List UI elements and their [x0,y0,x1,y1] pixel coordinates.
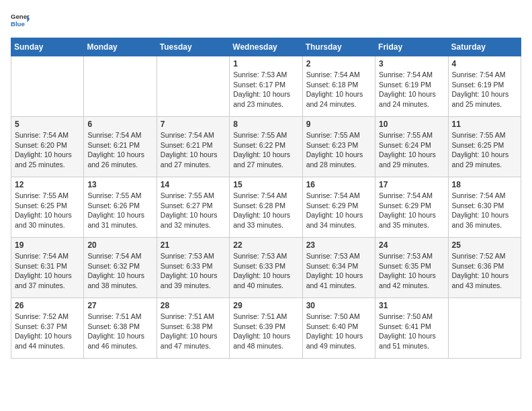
day-info: Sunrise: 7:53 AMSunset: 6:17 PMDaylight:… [233,70,298,109]
day-number: 9 [306,120,371,129]
day-number: 10 [379,120,444,129]
day-cell [448,298,521,359]
day-cell [11,56,84,117]
page-header: General Blue [11,11,521,30]
day-info: Sunrise: 7:50 AMSunset: 6:40 PMDaylight:… [306,312,371,351]
day-info: Sunrise: 7:50 AMSunset: 6:41 PMDaylight:… [379,312,444,351]
day-info: Sunrise: 7:55 AMSunset: 6:26 PMDaylight:… [87,191,152,230]
day-number: 26 [15,301,80,310]
day-info: Sunrise: 7:54 AMSunset: 6:19 PMDaylight:… [379,70,444,109]
day-cell: 20Sunrise: 7:54 AMSunset: 6:32 PMDayligh… [84,238,157,298]
day-info: Sunrise: 7:53 AMSunset: 6:33 PMDaylight:… [233,251,298,291]
day-number: 18 [452,180,517,189]
day-number: 1 [233,59,298,68]
day-info: Sunrise: 7:54 AMSunset: 6:28 PMDaylight:… [233,191,298,230]
day-info: Sunrise: 7:55 AMSunset: 6:22 PMDaylight:… [233,130,298,170]
logo: General Blue [11,11,30,30]
day-info: Sunrise: 7:52 AMSunset: 6:37 PMDaylight:… [15,312,80,351]
day-cell: 30Sunrise: 7:50 AMSunset: 6:40 PMDayligh… [302,298,375,359]
day-info: Sunrise: 7:53 AMSunset: 6:35 PMDaylight:… [379,251,444,291]
day-cell: 18Sunrise: 7:54 AMSunset: 6:30 PMDayligh… [448,177,521,238]
day-info: Sunrise: 7:55 AMSunset: 6:27 PMDaylight:… [161,191,226,230]
header-cell-friday: Friday [375,38,448,56]
day-number: 11 [452,120,517,129]
day-cell: 24Sunrise: 7:53 AMSunset: 6:35 PMDayligh… [375,238,448,298]
day-info: Sunrise: 7:54 AMSunset: 6:29 PMDaylight:… [306,191,371,230]
day-info: Sunrise: 7:51 AMSunset: 6:38 PMDaylight:… [161,312,226,351]
day-info: Sunrise: 7:53 AMSunset: 6:34 PMDaylight:… [306,251,371,291]
day-number: 2 [306,59,371,68]
day-number: 27 [87,301,152,310]
header-cell-saturday: Saturday [448,38,521,56]
day-cell: 12Sunrise: 7:55 AMSunset: 6:25 PMDayligh… [11,177,84,238]
day-info: Sunrise: 7:55 AMSunset: 6:24 PMDaylight:… [379,130,444,170]
day-number: 20 [87,240,152,250]
day-cell: 8Sunrise: 7:55 AMSunset: 6:22 PMDaylight… [230,117,302,177]
day-info: Sunrise: 7:55 AMSunset: 6:25 PMDaylight:… [452,130,517,170]
week-row-3: 12Sunrise: 7:55 AMSunset: 6:25 PMDayligh… [11,177,521,238]
day-info: Sunrise: 7:54 AMSunset: 6:21 PMDaylight:… [161,130,226,170]
day-cell: 3Sunrise: 7:54 AMSunset: 6:19 PMDaylight… [375,56,448,117]
day-number: 15 [233,180,298,189]
day-number: 23 [306,240,371,250]
day-info: Sunrise: 7:51 AMSunset: 6:38 PMDaylight:… [87,312,152,351]
day-info: Sunrise: 7:54 AMSunset: 6:21 PMDaylight:… [87,130,152,170]
day-cell: 23Sunrise: 7:53 AMSunset: 6:34 PMDayligh… [302,238,375,298]
day-info: Sunrise: 7:55 AMSunset: 6:25 PMDaylight:… [15,191,80,230]
day-cell: 21Sunrise: 7:53 AMSunset: 6:33 PMDayligh… [157,238,229,298]
day-cell: 11Sunrise: 7:55 AMSunset: 6:25 PMDayligh… [448,117,521,177]
day-cell: 26Sunrise: 7:52 AMSunset: 6:37 PMDayligh… [11,298,84,359]
header-cell-thursday: Thursday [302,38,375,56]
day-info: Sunrise: 7:54 AMSunset: 6:32 PMDaylight:… [87,251,152,291]
header-row: SundayMondayTuesdayWednesdayThursdayFrid… [11,38,521,56]
day-info: Sunrise: 7:55 AMSunset: 6:23 PMDaylight:… [306,130,371,170]
header-cell-tuesday: Tuesday [157,38,229,56]
day-cell: 6Sunrise: 7:54 AMSunset: 6:21 PMDaylight… [84,117,157,177]
day-cell: 15Sunrise: 7:54 AMSunset: 6:28 PMDayligh… [230,177,302,238]
day-info: Sunrise: 7:54 AMSunset: 6:31 PMDaylight:… [15,251,80,291]
day-cell: 1Sunrise: 7:53 AMSunset: 6:17 PMDaylight… [230,56,302,117]
calendar-table: SundayMondayTuesdayWednesdayThursdayFrid… [11,38,521,359]
day-info: Sunrise: 7:52 AMSunset: 6:36 PMDaylight:… [452,251,517,291]
day-number: 12 [15,180,80,189]
day-number: 13 [87,180,152,189]
day-number: 17 [379,180,444,189]
day-cell: 16Sunrise: 7:54 AMSunset: 6:29 PMDayligh… [302,177,375,238]
week-row-2: 5Sunrise: 7:54 AMSunset: 6:20 PMDaylight… [11,117,521,177]
day-number: 16 [306,180,371,189]
day-cell: 10Sunrise: 7:55 AMSunset: 6:24 PMDayligh… [375,117,448,177]
day-cell: 13Sunrise: 7:55 AMSunset: 6:26 PMDayligh… [84,177,157,238]
day-cell: 17Sunrise: 7:54 AMSunset: 6:29 PMDayligh… [375,177,448,238]
day-cell: 2Sunrise: 7:54 AMSunset: 6:18 PMDaylight… [302,56,375,117]
day-number: 22 [233,240,298,250]
day-number: 24 [379,240,444,250]
day-cell [84,56,157,117]
day-number: 29 [233,301,298,310]
day-number: 3 [379,59,444,68]
day-cell: 29Sunrise: 7:51 AMSunset: 6:39 PMDayligh… [230,298,302,359]
header-cell-wednesday: Wednesday [230,38,302,56]
day-number: 25 [452,240,517,250]
day-info: Sunrise: 7:51 AMSunset: 6:39 PMDaylight:… [233,312,298,351]
day-cell: 25Sunrise: 7:52 AMSunset: 6:36 PMDayligh… [448,238,521,298]
week-row-5: 26Sunrise: 7:52 AMSunset: 6:37 PMDayligh… [11,298,521,359]
day-number: 14 [161,180,226,189]
header-cell-sunday: Sunday [11,38,84,56]
day-info: Sunrise: 7:54 AMSunset: 6:30 PMDaylight:… [452,191,517,230]
day-info: Sunrise: 7:54 AMSunset: 6:19 PMDaylight:… [452,70,517,109]
day-cell: 31Sunrise: 7:50 AMSunset: 6:41 PMDayligh… [375,298,448,359]
day-number: 8 [233,120,298,129]
day-cell: 14Sunrise: 7:55 AMSunset: 6:27 PMDayligh… [157,177,229,238]
day-cell: 4Sunrise: 7:54 AMSunset: 6:19 PMDaylight… [448,56,521,117]
day-info: Sunrise: 7:53 AMSunset: 6:33 PMDaylight:… [161,251,226,291]
svg-text:General: General [11,13,30,20]
day-cell: 28Sunrise: 7:51 AMSunset: 6:38 PMDayligh… [157,298,229,359]
day-number: 30 [306,301,371,310]
day-cell [157,56,229,117]
day-info: Sunrise: 7:54 AMSunset: 6:20 PMDaylight:… [15,130,80,170]
day-cell: 7Sunrise: 7:54 AMSunset: 6:21 PMDaylight… [157,117,229,177]
day-number: 7 [161,120,226,129]
week-row-1: 1Sunrise: 7:53 AMSunset: 6:17 PMDaylight… [11,56,521,117]
header-cell-monday: Monday [84,38,157,56]
day-cell: 19Sunrise: 7:54 AMSunset: 6:31 PMDayligh… [11,238,84,298]
